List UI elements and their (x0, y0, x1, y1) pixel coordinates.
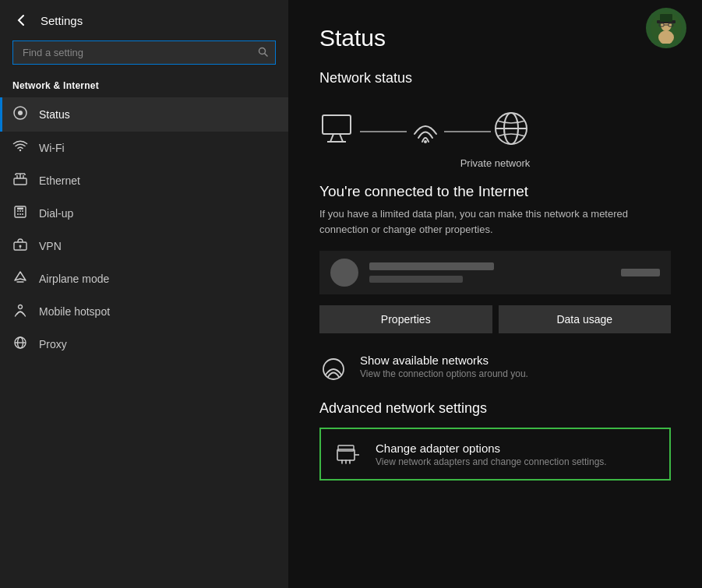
sidebar-item-airplane[interactable]: Airplane mode (0, 262, 288, 295)
sidebar: Settings Network & Internet Status (0, 0, 288, 588)
status-icon (12, 105, 28, 124)
svg-rect-4 (14, 178, 26, 185)
search-input[interactable] (12, 40, 276, 65)
svg-point-14 (22, 210, 23, 212)
network-info (369, 262, 610, 283)
network-diagram (319, 100, 671, 154)
svg-point-13 (19, 210, 21, 212)
sidebar-item-status[interactable]: Status (0, 97, 288, 132)
network-card (319, 251, 671, 294)
line-1 (360, 131, 407, 132)
sidebar-item-dialup-label: Dial-up (39, 207, 73, 220)
avatar (646, 8, 686, 48)
line-2 (444, 131, 491, 132)
sidebar-item-wifi[interactable]: Wi-Fi (0, 132, 288, 164)
svg-line-1 (265, 53, 268, 56)
svg-point-17 (22, 213, 23, 215)
svg-point-15 (17, 213, 19, 215)
properties-button[interactable]: Properties (319, 305, 492, 333)
sidebar-item-ethernet-label: Ethernet (39, 174, 80, 187)
wifi-icon (12, 139, 28, 157)
svg-rect-31 (660, 14, 672, 22)
svg-line-36 (330, 134, 333, 142)
advanced-title: Advanced network settings (319, 400, 671, 417)
connected-title: You're connected to the Internet (319, 183, 671, 200)
back-button[interactable] (12, 11, 31, 30)
svg-line-37 (340, 134, 343, 142)
network-sub (369, 276, 463, 283)
show-networks-item[interactable]: Show available networks View the connect… (319, 354, 671, 383)
show-networks-icon (319, 355, 347, 383)
adapter-text: Change adapter options View network adap… (376, 442, 607, 467)
search-box (12, 40, 276, 65)
svg-point-16 (19, 213, 21, 215)
show-networks-label: Show available networks (360, 354, 528, 367)
ethernet-icon (12, 172, 28, 189)
sidebar-item-wifi-label: Wi-Fi (39, 142, 65, 154)
show-networks-sub: View the connection options around you. (360, 368, 528, 379)
data-usage-button[interactable]: Data usage (499, 305, 672, 333)
network-avatar (330, 259, 358, 287)
svg-point-23 (19, 305, 23, 309)
sidebar-item-airplane-label: Airplane mode (39, 273, 109, 285)
sidebar-header: Settings (0, 0, 288, 37)
show-networks-text: Show available networks View the connect… (360, 354, 528, 379)
sidebar-item-hotspot-label: Mobile hotspot (39, 305, 110, 318)
sidebar-item-vpn[interactable]: VPN (0, 230, 288, 262)
adapter-sub: View network adapters and change connect… (376, 456, 607, 467)
hotspot-icon (12, 303, 28, 320)
private-label: Private network (319, 157, 671, 169)
svg-point-3 (18, 111, 23, 115)
network-size (621, 269, 660, 276)
adapter-label: Change adapter options (376, 442, 607, 455)
network-name (369, 262, 494, 270)
button-row: Properties Data usage (319, 305, 671, 333)
sidebar-item-status-label: Status (39, 108, 70, 121)
vpn-icon (12, 238, 28, 255)
main-content: Status Network status (288, 0, 702, 588)
sidebar-item-proxy[interactable]: Proxy (0, 328, 288, 361)
svg-rect-35 (323, 115, 351, 134)
sidebar-item-ethernet[interactable]: Ethernet (0, 164, 288, 197)
svg-point-20 (19, 245, 22, 248)
proxy-icon (12, 336, 28, 353)
sidebar-item-vpn-label: VPN (39, 240, 62, 252)
computer-icon (319, 112, 360, 150)
svg-point-12 (17, 210, 19, 212)
dialup-icon (12, 205, 28, 222)
svg-point-39 (424, 140, 427, 143)
network-status-title: Network status (319, 70, 671, 86)
sidebar-item-proxy-label: Proxy (39, 338, 67, 350)
search-icon (258, 47, 268, 59)
svg-rect-18 (17, 208, 23, 210)
sidebar-item-dialup[interactable]: Dial-up (0, 197, 288, 230)
section-label: Network & Internet (0, 74, 288, 97)
airplane-icon (12, 270, 28, 287)
connected-desc: If you have a limited data plan, you can… (319, 206, 654, 237)
sidebar-item-hotspot[interactable]: Mobile hotspot (0, 295, 288, 328)
svg-rect-46 (338, 445, 354, 451)
page-title: Status (319, 25, 671, 51)
settings-title: Settings (41, 14, 83, 27)
router-icon (407, 112, 444, 150)
adapter-icon (335, 440, 363, 468)
globe-icon (491, 108, 531, 154)
change-adapter-card[interactable]: Change adapter options View network adap… (319, 428, 671, 481)
